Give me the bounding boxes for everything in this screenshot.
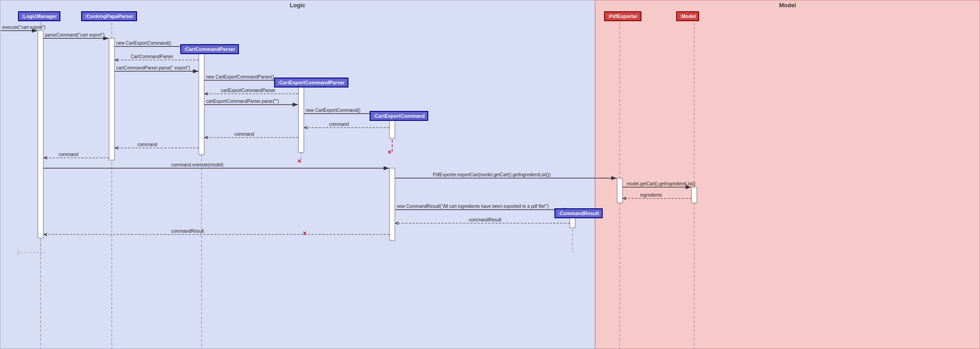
lifeline-box-cartcommandparser: :CartCommandParser xyxy=(180,44,239,54)
lifeline-box-logicmanager: :LogicManager xyxy=(18,11,60,21)
sequence-diagram: Logic Model :LogicManager :CookingPapaPa… xyxy=(0,0,980,349)
lifeline-box-commandresult: :CommandResult xyxy=(554,208,603,218)
lifeline-box-cartexportcommandparser: :CartExportCommandParser xyxy=(274,78,348,87)
lifeline-box-cookingpapaparser: :CookingPapaParser xyxy=(81,11,137,21)
lifeline-box-model: :Model xyxy=(676,11,699,21)
model-region-label: Model xyxy=(595,2,980,9)
lifeline-box-cartexportcommand: :CartExportCommand xyxy=(370,111,428,121)
logic-region-label: Logic xyxy=(0,2,595,9)
lifeline-box-pdfexporter: :PdfExporter xyxy=(604,11,641,21)
logic-region: Logic xyxy=(0,0,595,349)
model-region: Model xyxy=(595,0,980,349)
